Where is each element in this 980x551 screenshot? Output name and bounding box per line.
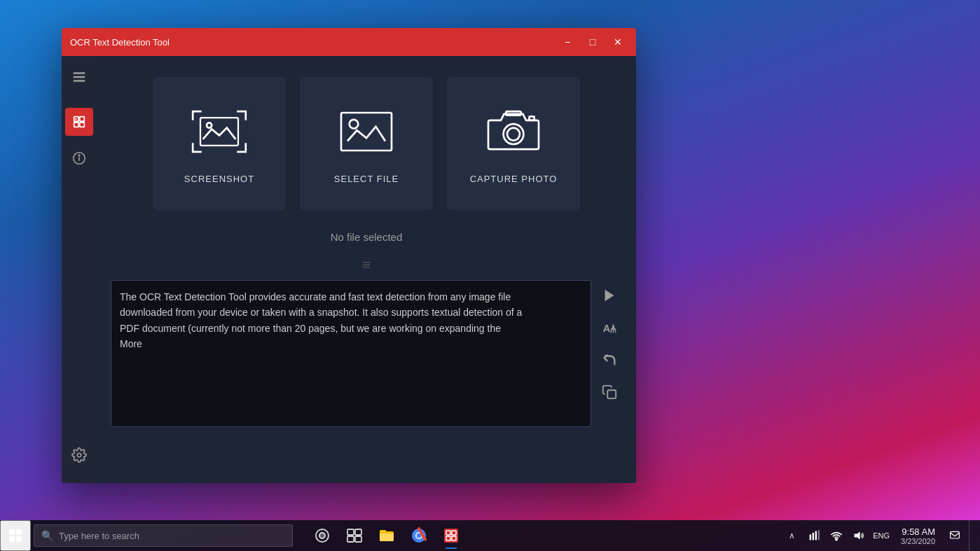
date-display: 3/23/2020 (901, 537, 935, 545)
svg-rect-35 (355, 536, 361, 542)
select-file-icon (335, 104, 398, 162)
svg-rect-15 (341, 113, 392, 151)
main-content: SCREENSHOT SELECT FILE (97, 56, 636, 483)
copy-button[interactable] (597, 379, 622, 405)
taskbar: 🔍 Type here to search (0, 520, 980, 551)
svg-rect-32 (347, 529, 354, 535)
svg-point-14 (207, 123, 212, 127)
select-file-card[interactable]: SELECT FILE (300, 77, 433, 210)
notification-button[interactable] (945, 526, 965, 545)
taskbar-chrome[interactable] (403, 520, 434, 551)
output-actions: A (597, 280, 622, 405)
svg-rect-5 (74, 123, 78, 127)
tray-volume-icon[interactable] (849, 526, 869, 545)
taskbar-task-view[interactable] (339, 520, 370, 551)
svg-rect-13 (200, 118, 238, 146)
taskbar-ocr-app[interactable] (436, 520, 467, 551)
ocr-nav-button[interactable] (65, 108, 93, 136)
svg-text:A: A (603, 323, 611, 334)
svg-rect-28 (9, 536, 15, 542)
settings-nav-button[interactable] (65, 441, 93, 469)
taskbar-apps (307, 520, 467, 551)
sidebar-top (62, 63, 97, 172)
capture-photo-card[interactable]: CAPTURE PHOTO (447, 77, 580, 210)
start-button[interactable] (0, 520, 31, 551)
svg-point-31 (319, 533, 325, 538)
play-button[interactable] (597, 283, 622, 308)
svg-rect-26 (9, 529, 15, 535)
taskbar-search-bar[interactable]: 🔍 Type here to search (34, 524, 293, 547)
taskbar-search-text: Type here to search (59, 531, 139, 541)
svg-rect-6 (80, 123, 84, 127)
svg-rect-27 (16, 529, 22, 535)
action-cards: SCREENSHOT SELECT FILE (153, 77, 580, 210)
svg-rect-50 (951, 531, 960, 538)
svg-rect-33 (355, 529, 361, 535)
svg-marker-49 (855, 531, 860, 539)
capture-photo-icon (482, 104, 545, 162)
taskbar-sys-tray: ∧ (782, 520, 980, 551)
taskbar-cortana[interactable] (307, 520, 338, 551)
svg-rect-45 (813, 533, 814, 540)
title-bar: OCR Text Detection Tool − □ ✕ (62, 28, 636, 56)
show-desktop-button[interactable] (969, 520, 974, 551)
window-title: OCR Text Detection Tool (70, 37, 170, 48)
svg-rect-34 (347, 536, 354, 542)
svg-rect-25 (607, 390, 616, 398)
sidebar (62, 56, 97, 483)
close-button[interactable]: ✕ (608, 32, 628, 52)
tray-up-arrow[interactable]: ∧ (782, 526, 801, 545)
info-nav-button[interactable] (65, 144, 93, 172)
app-window: OCR Text Detection Tool − □ ✕ (62, 28, 636, 483)
output-area-container: A (111, 280, 622, 427)
status-text: No file selected (331, 231, 403, 243)
svg-rect-29 (16, 536, 22, 542)
svg-rect-44 (810, 534, 811, 540)
svg-point-12 (77, 453, 81, 457)
svg-rect-20 (530, 116, 534, 120)
screenshot-card[interactable]: SCREENSHOT (153, 77, 286, 210)
back-button[interactable] (597, 347, 622, 372)
svg-point-18 (507, 127, 520, 140)
tray-wifi-icon[interactable] (827, 526, 846, 545)
minimize-button[interactable]: − (558, 32, 577, 52)
svg-rect-4 (80, 117, 84, 121)
hamburger-menu-button[interactable] (65, 63, 93, 91)
screenshot-label: SCREENSHOT (184, 174, 254, 184)
maximize-button[interactable]: □ (583, 32, 602, 52)
svg-rect-46 (815, 531, 817, 540)
sidebar-bottom (62, 441, 97, 476)
svg-point-11 (78, 155, 79, 155)
tray-network-icon[interactable] (804, 526, 824, 545)
screenshot-icon (188, 104, 251, 162)
taskbar-file-explorer[interactable] (371, 520, 402, 551)
svg-point-48 (836, 538, 837, 540)
svg-marker-21 (605, 290, 614, 302)
resize-handle[interactable]: ≡ (362, 257, 371, 273)
window-controls: − □ ✕ (558, 32, 628, 52)
capture-photo-label: CAPTURE PHOTO (470, 174, 558, 184)
time-display: 9:58 AM (902, 526, 935, 537)
app-body: SCREENSHOT SELECT FILE (62, 56, 636, 483)
select-file-label: SELECT FILE (334, 174, 399, 184)
svg-point-16 (350, 119, 359, 128)
tray-lang[interactable]: ENG (871, 526, 891, 545)
sys-tray-icons: ∧ (782, 526, 891, 545)
taskbar-clock[interactable]: 9:58 AM 3/23/2020 (895, 526, 941, 545)
svg-rect-47 (818, 530, 820, 540)
output-textarea[interactable] (111, 280, 591, 427)
taskbar-search-icon: 🔍 (41, 530, 53, 541)
text-size-button[interactable]: A (597, 315, 622, 340)
